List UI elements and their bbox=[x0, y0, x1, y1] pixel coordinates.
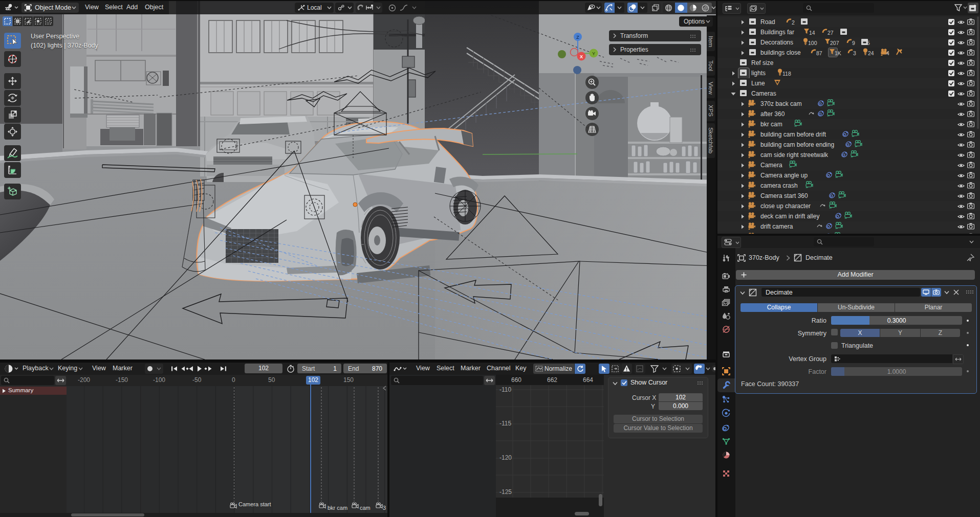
svg-text:3: 3 bbox=[383, 505, 386, 511]
svg-text:Z: Z bbox=[576, 35, 579, 40]
svg-text:cam: cam bbox=[360, 505, 371, 511]
svg-text:bkr cam: bkr cam bbox=[328, 505, 347, 511]
svg-text:Camera start: Camera start bbox=[238, 501, 271, 507]
svg-text:Y: Y bbox=[592, 51, 595, 56]
svg-text:X: X bbox=[580, 54, 583, 59]
